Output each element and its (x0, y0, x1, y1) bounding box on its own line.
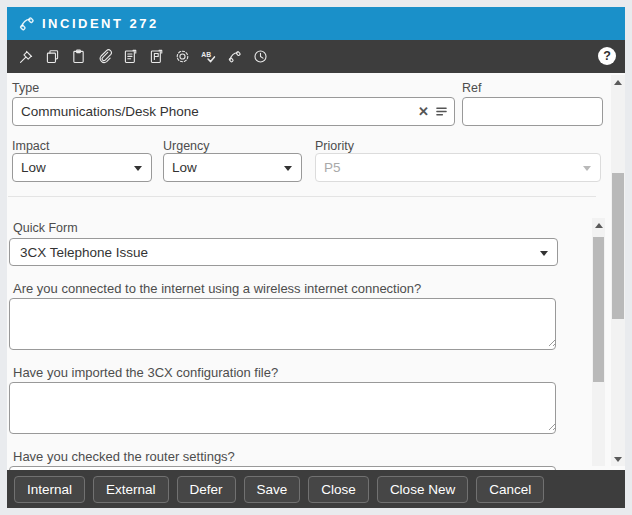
questions-list: Are you connected to the internet using … (9, 281, 558, 470)
priority-select: P5 (315, 153, 601, 182)
question-block: Have you checked the router settings? (9, 449, 558, 470)
question-label: Have you checked the router settings? (13, 449, 558, 464)
notes-icon[interactable] (122, 48, 139, 65)
history-icon[interactable] (252, 48, 269, 65)
defer-button[interactable]: Defer (177, 476, 236, 503)
copy-icon[interactable] (44, 48, 61, 65)
action-bar: InternalExternalDeferSaveCloseClose NewC… (7, 470, 625, 508)
urgency-select[interactable]: Low (163, 153, 302, 182)
question-textarea[interactable] (9, 382, 556, 434)
question-label: Are you connected to the internet using … (13, 281, 558, 296)
close-new-button[interactable]: Close New (377, 476, 468, 503)
close-button[interactable]: Close (308, 476, 369, 503)
type-field[interactable]: Communications/Desk Phone ✕ (12, 97, 455, 126)
call-icon[interactable] (226, 48, 243, 65)
quick-form-label: Quick Form (13, 221, 558, 235)
section-divider (8, 196, 596, 197)
question-block: Are you connected to the internet using … (9, 281, 558, 350)
toolbar: AB ? (7, 40, 625, 73)
ref-input[interactable] (462, 97, 603, 126)
incident-phone-icon (17, 14, 36, 33)
question-block: Have you imported the 3CX configuration … (9, 365, 558, 434)
impact-label: Impact (12, 139, 50, 153)
cancel-button[interactable]: Cancel (476, 476, 544, 503)
priority-value: P5 (324, 160, 341, 175)
spellcheck-icon[interactable]: AB (200, 48, 217, 65)
page-title: INCIDENT 272 (42, 16, 159, 31)
settings-icon[interactable] (174, 48, 191, 65)
quickform-scrollbar (592, 218, 605, 466)
list-picker-icon[interactable] (435, 105, 448, 118)
title-bar: INCIDENT 272 (7, 7, 625, 40)
form-content: Type Communications/Desk Phone ✕ Ref Imp… (7, 73, 625, 470)
internal-button[interactable]: Internal (14, 476, 85, 503)
save-button[interactable]: Save (244, 476, 301, 503)
chevron-down-icon (134, 166, 142, 171)
quick-form-select[interactable]: 3CX Telephone Issue (9, 238, 558, 266)
urgency-label: Urgency (163, 139, 210, 153)
quick-form-section: Quick Form 3CX Telephone Issue Are you c… (9, 213, 558, 470)
question-textarea[interactable] (9, 298, 556, 350)
urgency-value: Low (172, 160, 197, 175)
page-scrollbar-thumb[interactable] (612, 173, 624, 319)
form-icon[interactable] (148, 48, 165, 65)
chevron-down-icon (583, 166, 591, 171)
incident-window: INCIDENT 272 AB ? (7, 7, 625, 508)
type-label: Type (12, 81, 39, 95)
chevron-down-icon (540, 251, 548, 256)
ref-label: Ref (462, 81, 481, 95)
impact-select[interactable]: Low (12, 153, 152, 182)
priority-label: Priority (315, 139, 354, 153)
chevron-down-icon (284, 166, 292, 171)
type-value: Communications/Desk Phone (21, 104, 199, 119)
clear-icon[interactable]: ✕ (418, 105, 429, 118)
svg-text:AB: AB (201, 51, 211, 58)
attachment-icon[interactable] (96, 48, 113, 65)
scroll-up-icon[interactable] (611, 75, 625, 89)
scroll-up-icon[interactable] (592, 218, 605, 232)
question-label: Have you imported the 3CX configuration … (13, 365, 558, 380)
help-icon[interactable]: ? (598, 47, 616, 65)
paste-icon[interactable] (70, 48, 87, 65)
page-scrollbar (611, 75, 625, 466)
scroll-down-icon[interactable] (611, 452, 625, 466)
pin-icon[interactable] (18, 48, 35, 65)
quickform-scrollbar-thumb[interactable] (593, 237, 604, 382)
external-button[interactable]: External (93, 476, 169, 503)
impact-value: Low (21, 160, 46, 175)
quick-form-value: 3CX Telephone Issue (20, 245, 148, 260)
